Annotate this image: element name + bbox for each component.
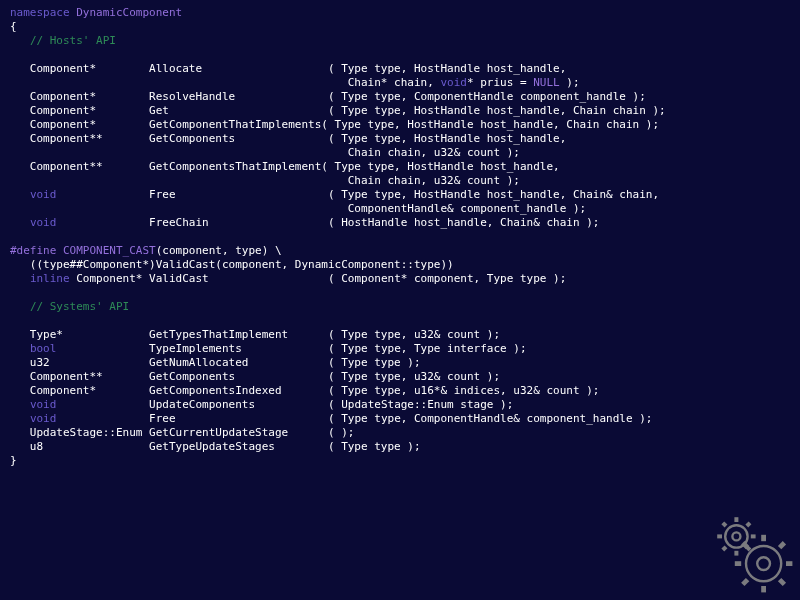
svg-line-7 [780, 580, 785, 585]
pad [10, 272, 30, 285]
svg-point-10 [725, 525, 747, 547]
line-getcomponentsindexed: Component* GetComponentsIndexed ( Type t… [10, 384, 599, 397]
line-getcomponents-2: Chain chain, u32& count ); [10, 146, 520, 159]
comment-hosts: // Hosts' API [30, 34, 116, 47]
pad [10, 412, 30, 425]
define-params: (component, type) \ [156, 244, 282, 257]
define-body: ((type##Component*)ValidCast(component, … [10, 258, 454, 271]
line-free-sys: Free ( Type type, ComponentHandle& compo… [56, 412, 652, 425]
brace-open: { [10, 20, 17, 33]
kw-inline: inline [30, 272, 70, 285]
svg-line-9 [780, 543, 785, 548]
line-freechain: FreeChain ( HostHandle host_handle, Chai… [56, 216, 599, 229]
line-getnumallocated: u32 GetNumAllocated ( Type type ); [10, 356, 421, 369]
pad [10, 342, 30, 355]
brace-close: } [10, 454, 17, 467]
line-free-1: Free ( Type type, HostHandle host_handle… [56, 188, 659, 201]
line-getcomponentsthatimplement-1: Component** GetComponentsThatImplement( … [10, 160, 560, 173]
line-getcurrentupdatestage: UpdateStage::Enum GetCurrentUpdateStage … [10, 426, 354, 439]
ns-name: DynamicComponent [76, 6, 182, 19]
comment-systems: // Systems' API [30, 300, 129, 313]
kw-void: void [30, 412, 57, 425]
line-updatecomponents: UpdateComponents ( UpdateStage::Enum sta… [56, 398, 513, 411]
kw-void: void [30, 398, 57, 411]
line-gettypesthatimplement: Type* GetTypesThatImplement ( Type type,… [10, 328, 500, 341]
kw-namespace: namespace [10, 6, 70, 19]
line-allocate-2c: ); [560, 76, 580, 89]
line-getcomponents-sys: Component** GetComponents ( Type type, u… [10, 370, 500, 383]
svg-line-17 [747, 547, 750, 550]
line-getcomponents-1: Component** GetComponents ( Type type, H… [10, 132, 566, 145]
kw-void: void [440, 76, 467, 89]
line-typeimplements: TypeImplements ( Type type, Type interfa… [56, 342, 526, 355]
svg-point-11 [732, 532, 740, 540]
gear-icon [714, 514, 794, 594]
code-block: namespace DynamicComponent { // Hosts' A… [10, 6, 790, 468]
line-validcast: Component* ValidCast ( Component* compon… [70, 272, 567, 285]
kw-void: void [30, 188, 57, 201]
pad [10, 398, 30, 411]
kw-void: void [30, 216, 57, 229]
define-name: COMPONENT_CAST [63, 244, 156, 257]
line-getcomponentsthatimplement-2: Chain chain, u32& count ); [10, 174, 520, 187]
svg-line-8 [743, 580, 748, 585]
svg-point-0 [746, 546, 781, 581]
svg-line-18 [723, 547, 726, 550]
null-literal: NULL [533, 76, 560, 89]
line-free-2: ComponentHandle& component_handle ); [10, 202, 586, 215]
svg-point-1 [757, 557, 770, 570]
kw-bool: bool [30, 342, 57, 355]
svg-line-16 [723, 523, 726, 526]
line-allocate-2a: Chain* chain, [10, 76, 440, 89]
define-kw: #define [10, 244, 56, 257]
line-getcomponentthatimplements: Component* GetComponentThatImplements( T… [10, 118, 659, 131]
pad [10, 216, 30, 229]
line-allocate-1: Component* Allocate ( Type type, HostHan… [10, 62, 566, 75]
line-get: Component* Get ( Type type, HostHandle h… [10, 104, 666, 117]
svg-line-19 [747, 523, 750, 526]
line-allocate-2b: * prius = [467, 76, 533, 89]
line-resolvehandle: Component* ResolveHandle ( Type type, Co… [10, 90, 646, 103]
pad [10, 188, 30, 201]
line-gettypeupdatestages: u8 GetTypeUpdateStages ( Type type ); [10, 440, 421, 453]
